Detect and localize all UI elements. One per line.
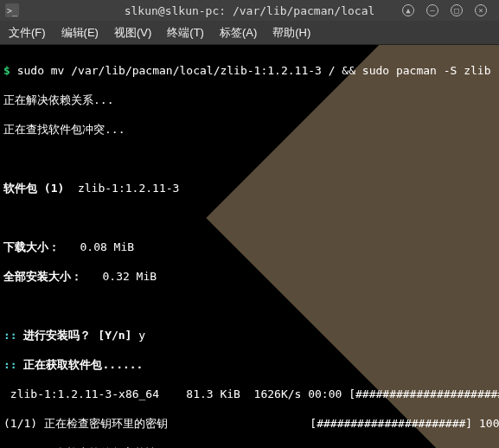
terminal-app-icon: >_	[5, 3, 19, 17]
progress-pct: 100%	[472, 417, 499, 430]
install-size-value: 0.32 MiB	[82, 270, 157, 283]
proceed-answer: y	[138, 329, 145, 342]
command-text: sudo mv /var/lib/pacman/local/zlib-1:1.2…	[17, 64, 491, 77]
close-button[interactable]: ×	[475, 4, 487, 16]
terminal-output[interactable]: $ sudo mv /var/lib/pacman/local/zlib-1:1…	[0, 45, 499, 448]
packages-label: 软件包 (1)	[3, 182, 64, 195]
minimize-button[interactable]: –	[426, 4, 438, 16]
retrieving-status: 正在获取软件包......	[23, 358, 143, 371]
progress-bar: [######################]	[310, 416, 472, 431]
step-key-check: (1/1) 正在检查密钥环里的密钥	[3, 417, 310, 430]
maximize-button[interactable]: □	[451, 4, 463, 16]
marker-icon: ::	[3, 329, 23, 342]
download-size-label: 下载大小：	[3, 240, 60, 253]
prompt: $	[3, 64, 17, 77]
status-resolve: 正在解决依赖关系...	[3, 93, 496, 107]
menu-bar: 文件(F) 编辑(E) 视图(V) 终端(T) 标签(A) 帮助(H)	[0, 21, 499, 45]
window-titlebar: >_ slkun@slkun-pc: /var/lib/pacman/local…	[0, 0, 499, 21]
progress-bar: [######################]	[349, 387, 499, 401]
proceed-prompt: 进行安装吗？ [Y/n]	[23, 329, 138, 342]
download-size-value: 0.08 MiB	[60, 240, 134, 253]
menu-edit[interactable]: 编辑(E)	[58, 23, 102, 42]
menu-file[interactable]: 文件(F)	[5, 23, 49, 42]
menu-view[interactable]: 视图(V)	[111, 23, 155, 42]
install-size-label: 全部安装大小：	[3, 270, 82, 283]
menu-tabs[interactable]: 标签(A)	[216, 23, 260, 42]
collapse-button[interactable]: ▲	[402, 4, 414, 16]
download-progress-line: zlib-1:1.2.11-3-x86_64 81.3 KiB 1626K/s …	[3, 387, 349, 400]
blank	[3, 151, 496, 166]
blank	[3, 298, 496, 313]
packages-name: zlib-1:1.2.11-3	[64, 182, 179, 195]
marker-icon: ::	[3, 358, 23, 371]
blank	[3, 210, 496, 225]
status-conflict-check: 正在查找软件包冲突...	[3, 122, 496, 137]
menu-help[interactable]: 帮助(H)	[269, 23, 314, 42]
menu-terminal[interactable]: 终端(T)	[163, 23, 208, 42]
window-controls: ▲ – □ ×	[402, 4, 499, 16]
